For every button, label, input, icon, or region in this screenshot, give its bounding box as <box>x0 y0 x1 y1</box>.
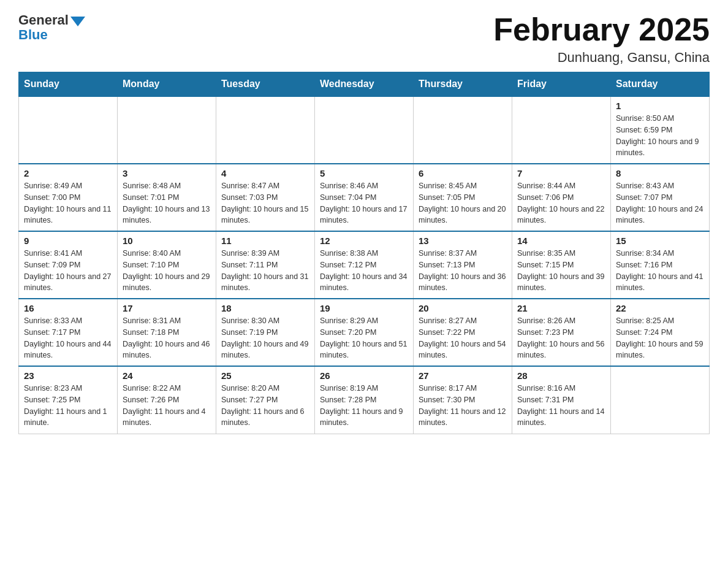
day-info: Sunrise: 8:44 AMSunset: 7:06 PMDaylight:… <box>517 180 605 226</box>
calendar-cell: 14Sunrise: 8:35 AMSunset: 7:15 PMDayligh… <box>512 231 611 299</box>
day-info: Sunrise: 8:50 AMSunset: 6:59 PMDaylight:… <box>616 113 704 159</box>
day-info: Sunrise: 8:41 AMSunset: 7:09 PMDaylight:… <box>24 248 112 294</box>
day-number: 16 <box>24 303 112 313</box>
day-info: Sunrise: 8:25 AMSunset: 7:24 PMDaylight:… <box>616 315 704 361</box>
calendar-cell <box>315 96 414 164</box>
weekday-header-saturday: Saturday <box>611 72 710 97</box>
calendar-cell: 10Sunrise: 8:40 AMSunset: 7:10 PMDayligh… <box>118 231 216 299</box>
calendar-table: SundayMondayTuesdayWednesdayThursdayFrid… <box>18 72 710 434</box>
calendar-cell <box>118 96 216 164</box>
day-number: 25 <box>221 370 309 381</box>
day-info: Sunrise: 8:16 AMSunset: 7:31 PMDaylight:… <box>517 383 605 429</box>
day-number: 17 <box>123 303 211 313</box>
calendar-cell <box>19 96 118 164</box>
day-number: 15 <box>616 236 704 246</box>
calendar-week-row: 16Sunrise: 8:33 AMSunset: 7:17 PMDayligh… <box>19 299 710 366</box>
day-info: Sunrise: 8:20 AMSunset: 7:27 PMDaylight:… <box>221 383 309 429</box>
day-info: Sunrise: 8:45 AMSunset: 7:05 PMDaylight:… <box>419 180 507 226</box>
calendar-cell: 3Sunrise: 8:48 AMSunset: 7:01 PMDaylight… <box>118 164 216 231</box>
day-info: Sunrise: 8:37 AMSunset: 7:13 PMDaylight:… <box>419 248 507 294</box>
day-info: Sunrise: 8:22 AMSunset: 7:26 PMDaylight:… <box>123 383 211 429</box>
calendar-week-row: 23Sunrise: 8:23 AMSunset: 7:25 PMDayligh… <box>19 366 710 434</box>
logo: General Blue <box>18 12 85 43</box>
day-info: Sunrise: 8:35 AMSunset: 7:15 PMDaylight:… <box>517 248 605 294</box>
day-number: 12 <box>320 236 408 246</box>
calendar-cell: 4Sunrise: 8:47 AMSunset: 7:03 PMDaylight… <box>216 164 315 231</box>
logo-general-label: General <box>18 12 69 28</box>
calendar-cell: 13Sunrise: 8:37 AMSunset: 7:13 PMDayligh… <box>414 231 512 299</box>
day-number: 21 <box>517 303 605 313</box>
calendar-cell: 8Sunrise: 8:43 AMSunset: 7:07 PMDaylight… <box>611 164 710 231</box>
calendar-cell: 17Sunrise: 8:31 AMSunset: 7:18 PMDayligh… <box>118 299 216 366</box>
day-number: 14 <box>517 236 605 246</box>
calendar-cell: 19Sunrise: 8:29 AMSunset: 7:20 PMDayligh… <box>315 299 414 366</box>
weekday-header-friday: Friday <box>512 72 611 97</box>
day-number: 28 <box>517 370 605 381</box>
calendar-cell: 11Sunrise: 8:39 AMSunset: 7:11 PMDayligh… <box>216 231 315 299</box>
day-number: 5 <box>320 168 408 178</box>
calendar-cell: 26Sunrise: 8:19 AMSunset: 7:28 PMDayligh… <box>315 366 414 434</box>
weekday-header-thursday: Thursday <box>414 72 512 97</box>
day-number: 4 <box>221 168 309 178</box>
calendar-cell: 20Sunrise: 8:27 AMSunset: 7:22 PMDayligh… <box>414 299 512 366</box>
calendar-cell: 27Sunrise: 8:17 AMSunset: 7:30 PMDayligh… <box>414 366 512 434</box>
day-info: Sunrise: 8:38 AMSunset: 7:12 PMDaylight:… <box>320 248 408 294</box>
calendar-week-row: 9Sunrise: 8:41 AMSunset: 7:09 PMDaylight… <box>19 231 710 299</box>
calendar-cell: 21Sunrise: 8:26 AMSunset: 7:23 PMDayligh… <box>512 299 611 366</box>
day-info: Sunrise: 8:49 AMSunset: 7:00 PMDaylight:… <box>24 180 112 226</box>
day-number: 18 <box>221 303 309 313</box>
calendar-cell: 18Sunrise: 8:30 AMSunset: 7:19 PMDayligh… <box>216 299 315 366</box>
calendar-cell: 22Sunrise: 8:25 AMSunset: 7:24 PMDayligh… <box>611 299 710 366</box>
calendar-cell: 9Sunrise: 8:41 AMSunset: 7:09 PMDaylight… <box>19 231 118 299</box>
day-info: Sunrise: 8:26 AMSunset: 7:23 PMDaylight:… <box>517 315 605 361</box>
weekday-header-tuesday: Tuesday <box>216 72 315 97</box>
weekday-header-sunday: Sunday <box>19 72 118 97</box>
day-number: 26 <box>320 370 408 381</box>
calendar-cell: 23Sunrise: 8:23 AMSunset: 7:25 PMDayligh… <box>19 366 118 434</box>
day-number: 27 <box>419 370 507 381</box>
day-info: Sunrise: 8:47 AMSunset: 7:03 PMDaylight:… <box>221 180 309 226</box>
day-number: 1 <box>616 101 704 111</box>
title-block: February 2025 Dunhuang, Gansu, China <box>493 12 710 66</box>
day-number: 6 <box>419 168 507 178</box>
day-info: Sunrise: 8:34 AMSunset: 7:16 PMDaylight:… <box>616 248 704 294</box>
day-number: 23 <box>24 370 112 381</box>
calendar-cell <box>414 96 512 164</box>
logo-general-text: General <box>18 12 85 28</box>
calendar-cell: 1Sunrise: 8:50 AMSunset: 6:59 PMDaylight… <box>611 96 710 164</box>
calendar-cell: 12Sunrise: 8:38 AMSunset: 7:12 PMDayligh… <box>315 231 414 299</box>
day-number: 13 <box>419 236 507 246</box>
logo-arrow-icon <box>70 17 85 26</box>
day-info: Sunrise: 8:46 AMSunset: 7:04 PMDaylight:… <box>320 180 408 226</box>
day-info: Sunrise: 8:27 AMSunset: 7:22 PMDaylight:… <box>419 315 507 361</box>
weekday-header-monday: Monday <box>118 72 216 97</box>
day-info: Sunrise: 8:23 AMSunset: 7:25 PMDaylight:… <box>24 383 112 429</box>
calendar-cell: 6Sunrise: 8:45 AMSunset: 7:05 PMDaylight… <box>414 164 512 231</box>
calendar-cell: 24Sunrise: 8:22 AMSunset: 7:26 PMDayligh… <box>118 366 216 434</box>
day-number: 8 <box>616 168 704 178</box>
day-info: Sunrise: 8:29 AMSunset: 7:20 PMDaylight:… <box>320 315 408 361</box>
day-info: Sunrise: 8:17 AMSunset: 7:30 PMDaylight:… <box>419 383 507 429</box>
day-number: 7 <box>517 168 605 178</box>
day-number: 3 <box>123 168 211 178</box>
calendar-week-row: 2Sunrise: 8:49 AMSunset: 7:00 PMDaylight… <box>19 164 710 231</box>
day-info: Sunrise: 8:19 AMSunset: 7:28 PMDaylight:… <box>320 383 408 429</box>
day-number: 22 <box>616 303 704 313</box>
day-number: 19 <box>320 303 408 313</box>
day-number: 24 <box>123 370 211 381</box>
calendar-week-row: 1Sunrise: 8:50 AMSunset: 6:59 PMDaylight… <box>19 96 710 164</box>
logo-blue-label: Blue <box>18 27 48 43</box>
calendar-cell: 2Sunrise: 8:49 AMSunset: 7:00 PMDaylight… <box>19 164 118 231</box>
day-number: 9 <box>24 236 112 246</box>
page-header: General Blue February 2025 Dunhuang, Gan… <box>18 12 710 66</box>
weekday-header-wednesday: Wednesday <box>315 72 414 97</box>
day-info: Sunrise: 8:39 AMSunset: 7:11 PMDaylight:… <box>221 248 309 294</box>
day-number: 11 <box>221 236 309 246</box>
calendar-cell: 15Sunrise: 8:34 AMSunset: 7:16 PMDayligh… <box>611 231 710 299</box>
day-info: Sunrise: 8:33 AMSunset: 7:17 PMDaylight:… <box>24 315 112 361</box>
calendar-cell: 25Sunrise: 8:20 AMSunset: 7:27 PMDayligh… <box>216 366 315 434</box>
calendar-subtitle: Dunhuang, Gansu, China <box>493 50 710 66</box>
day-info: Sunrise: 8:48 AMSunset: 7:01 PMDaylight:… <box>123 180 211 226</box>
calendar-title: February 2025 <box>493 12 710 47</box>
day-number: 20 <box>419 303 507 313</box>
